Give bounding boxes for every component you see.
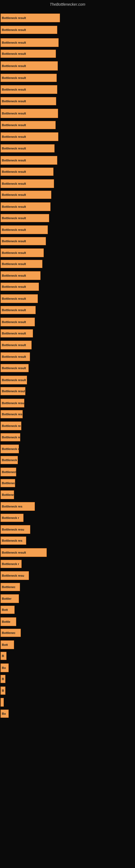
bar-label: Bo — [2, 666, 6, 670]
bar-label: Bottleneck result — [2, 320, 26, 323]
bar-item: Bottleneck result — [1, 329, 33, 337]
bar-item: Bottleneck result — [1, 468, 16, 476]
bar-item: Bottleneck result — [1, 294, 38, 303]
bar-item: Bottleneck result — [1, 203, 50, 211]
bar-item: Bottleneck result — [1, 237, 46, 245]
bar-item: Bottleneck result — [1, 456, 18, 464]
bar-label: Bottleneck result — [2, 412, 23, 416]
bar-item: Bo — [1, 710, 9, 718]
bar-item: Bottleneck result — [1, 422, 21, 430]
bar-label: Bottleneck result — [2, 332, 26, 335]
bar-item: Bottleneck res — [1, 536, 26, 545]
bar-label: B — [2, 654, 4, 657]
bar-label: Bott — [2, 608, 8, 611]
bar-item: Bottleneck r — [1, 560, 21, 568]
bar-label: Bottleneck res — [2, 505, 22, 508]
bar-item: Bottleneck result — [1, 13, 60, 22]
bar-item: Bottleneck result — [1, 260, 42, 268]
bar-label: Bottleneck result — [2, 343, 26, 347]
bar-label: Bottleneck result — [2, 99, 26, 103]
bar-item: Bottlenec — [1, 629, 21, 637]
bar-label: Bottleneck result — [2, 447, 19, 451]
bar-label: Bottleneck result — [2, 159, 26, 162]
bar-item: Bottleneck result — [1, 548, 47, 557]
bar-item: Bottleneck result — [1, 85, 57, 94]
bar-item: Bottleneck result — [1, 271, 41, 280]
bar-item: Bott — [1, 641, 14, 649]
bar-label: Bottleneck result — [2, 135, 26, 138]
bar-label: B — [2, 677, 4, 681]
bar-label: Bottleneck result — [2, 123, 26, 127]
bar-item: Bottleneck result — [1, 376, 27, 384]
bar-label: Bottleneck result — [2, 424, 21, 428]
bar-label: Bottleneck result — [2, 285, 26, 288]
bar-label: Bo — [2, 712, 6, 715]
bar-label: Bottleneck result — [2, 240, 26, 243]
bar-label: Bottleneck result — [2, 308, 26, 312]
bar-label: Bottleneck result — [2, 216, 26, 220]
bar-label: Bottleneck result — [2, 16, 26, 20]
bar-label: Bottleneck result — [2, 551, 26, 554]
bar-item: Bottleneck result — [1, 479, 15, 487]
bar-item: Bottlenec — [1, 583, 20, 591]
bar-label: Bottleneck result — [2, 378, 26, 382]
bar-item: Bottleneck resu — [1, 525, 30, 534]
bar-item: Bottleneck result — [1, 144, 54, 152]
bar-item: Bottleneck result — [1, 74, 57, 82]
bar-label: Bottlenec — [2, 631, 15, 634]
bar-item — [1, 698, 4, 707]
bar-label: Bottleneck result — [2, 228, 26, 231]
bar-item: Bottleneck result — [1, 156, 57, 165]
bar-item: Bottleneck result — [1, 444, 19, 453]
bar-item: Bottleneck result — [1, 341, 32, 349]
bar-label: Bottlenec — [2, 585, 15, 589]
bar-item: Bottleneck result — [1, 167, 53, 176]
bar-label: Bottleneck result — [2, 193, 26, 196]
bar-label: Bott — [2, 643, 8, 646]
bar-label: Bottleneck result — [2, 274, 26, 277]
bar-item: Bottleneck result — [1, 399, 24, 407]
bar-item: Bottleneck result — [1, 61, 58, 70]
bar-item: Bo — [1, 663, 9, 672]
bar-label: Bottleneck result — [2, 52, 26, 55]
bar-item: Bottleneck result — [1, 214, 49, 222]
bar-label: Bottleneck result — [2, 493, 14, 496]
bar-item: Bottle — [1, 617, 16, 626]
bar-label: Bottleneck result — [2, 297, 26, 300]
bar-item: Bottleneck r — [1, 514, 24, 522]
bar-item: Bottleneck result — [1, 97, 56, 105]
bar-label: Bottleneck r — [2, 562, 19, 565]
bar-item: Bottleneck result — [1, 132, 58, 141]
bar-item: Bottleneck result — [1, 387, 26, 395]
bar-item: Bottler — [1, 594, 19, 603]
bar-item: Bottleneck result — [1, 410, 23, 418]
bar-item: Bottleneck resu — [1, 571, 29, 580]
bar-label: Bottleneck result — [2, 112, 26, 115]
bar-item: B — [1, 686, 5, 695]
bar-item: Bottleneck result — [1, 109, 58, 118]
bar-item: Bottleneck result — [1, 225, 48, 234]
bar-label: Bottleneck result — [2, 482, 15, 485]
bar-label: Bottleneck result — [2, 28, 26, 31]
bar-label: Bottleneck result — [2, 147, 26, 150]
bar-label: Bottleneck result — [2, 182, 26, 185]
bar-label: Bottleneck resu — [2, 528, 24, 531]
bar-label: Bottleneck result — [2, 367, 26, 370]
bar-label: Bottleneck result — [2, 401, 24, 405]
bar-label: Bottleneck res — [2, 539, 22, 542]
bar-item: Bottleneck result — [1, 318, 35, 326]
bar-item: Bottleneck result — [1, 490, 14, 499]
site-title: TheBottlenecker.com — [0, 0, 135, 8]
bar-item: Bott — [1, 606, 14, 614]
bar-label: Bottleneck result — [2, 355, 26, 358]
bar-label: Bottleneck result — [2, 470, 16, 474]
bar-item: Bottleneck result — [1, 26, 57, 34]
bar-item: Bottleneck result — [1, 191, 51, 199]
bar-label: B — [2, 689, 4, 692]
bar-label: Bottleneck result — [2, 170, 26, 173]
bar-label: Bottleneck result — [2, 251, 26, 254]
bar-label: Bottleneck result — [2, 205, 26, 208]
bar-label: Bottleneck r — [2, 516, 19, 520]
bar-item: Bottleneck result — [1, 352, 30, 361]
bar-item: Bottleneck result — [1, 248, 44, 257]
